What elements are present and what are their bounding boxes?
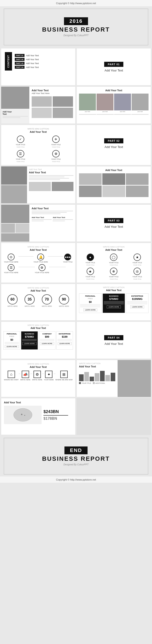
pc3-price-1: $0 <box>80 300 100 303</box>
part02-slide-cell: PART 02 Add Your Text <box>76 125 151 165</box>
line1 <box>3 116 28 117</box>
multi-photo-slide: Add Your Text Add Your Text <box>1 166 75 203</box>
icon-circle-1: ✓ <box>17 136 24 143</box>
pc3-price-3: $199/MG <box>127 298 147 300</box>
part01-slide: PART 01 Add Your Text <box>77 48 151 85</box>
org-il-6: YOUR TITLE <box>133 276 142 278</box>
person-label-1: your text <box>85 111 90 112</box>
map-slide-inner: Add Your Text $243BN $178BN <box>1 398 75 427</box>
org-is-4: YOUR TITLE <box>86 278 94 280</box>
img-text-title: Add Your <box>3 111 28 113</box>
pricing3-card-3: ENTERPRISE $199/MG LEARN MORE <box>126 294 148 313</box>
map-visual <box>4 406 42 424</box>
part01-text: Add Your Text <box>105 69 123 72</box>
part04-slide: PART 04 Add Your Text <box>77 322 151 359</box>
pricing4-caption: WRITE MINI CAPTION <box>4 324 73 326</box>
org-icon-1: ● YOUR TITLE YOUR TITLE <box>79 254 101 266</box>
pc4-lines-1 <box>5 342 19 344</box>
pricing4-grid: PERSONAL FREE $0 LEARN MORE BUSINESS $79… <box>4 331 73 350</box>
lm4-3[interactable]: LEARN MORE <box>40 342 54 345</box>
multi-photo-cell: Add Your Text Add Your Text <box>1 166 76 204</box>
proc-icon-3: ●●● <box>64 254 71 260</box>
main-slide-title: Add Your Text <box>32 89 73 92</box>
lm-2[interactable]: LEARN MORE <box>107 306 121 308</box>
small-photo-grid-cell: Add Your Text <box>76 166 151 204</box>
title-slide-wrapper: 2016 BUSINESS REPORT Designed By ColourP… <box>0 7 152 47</box>
right-caption: Add Your Text <box>29 168 73 170</box>
person-img-2 <box>97 94 113 110</box>
mini-bar-chart <box>79 370 115 381</box>
icon-sublabel-3: YOUR TITLE <box>16 161 25 162</box>
process-row: ⊙ YOUR TITLE HERE 🔔 YOUR TITLE HERE ●●● … <box>4 254 73 263</box>
lm4-2[interactable]: LEARN MORE <box>22 342 36 345</box>
org-is-3: YOUR TITLE <box>133 264 141 266</box>
slides-grid: CONTENT PART 01 Add Your Text PART 02 Ad… <box>0 47 152 436</box>
tb1-l2 <box>32 220 44 221</box>
pc4-lines-2 <box>22 339 37 341</box>
stat-label-3: WRITE HERE <box>42 306 52 307</box>
p5-item-1: ⌂ WHERE WE START <box>4 371 19 380</box>
left-photo-bottom <box>1 185 27 203</box>
end-slide-wrapper: END BUSINESS REPORT Designed By ColourPP… <box>0 436 152 476</box>
stats-title: Add Your Text <box>5 290 72 292</box>
lm-1[interactable]: LEARN MORE <box>83 308 97 312</box>
main-photo <box>1 87 29 109</box>
pricing4-card-3: COMPANY $99 LEARN MORE <box>39 331 55 350</box>
pc3-tier-3: ENTERPRISE <box>127 295 147 297</box>
person-label-2: your text <box>102 111 108 112</box>
map-content: $243BN $178BN <box>4 406 73 424</box>
proc-label-4: YOUR TITLE HERE <box>4 272 19 273</box>
proc-icon-4: ☰ <box>8 264 15 271</box>
p5-item-4: ✦ YOUR NAME <box>44 371 54 380</box>
icons-process-cell: WRITE MINI CAPTION Add Your Text ✓ YOUR … <box>1 125 76 165</box>
pc4-lines-4 <box>58 339 72 341</box>
pc4-tier-2: BUSINESS <box>22 333 37 335</box>
pc3-tag-1: FREE <box>80 298 100 300</box>
pricing3-grid: PERSONAL FREE $0 LEARN MORE BUSINESS $79… <box>79 294 148 313</box>
text-block-1: Add Your Text <box>32 216 52 222</box>
pcl3 <box>80 306 100 307</box>
org-il-2: YOUR TITLE <box>109 262 118 264</box>
stat-circle-1: 60 <box>8 294 18 304</box>
pl2 <box>5 343 19 344</box>
process-caption: WRITE MINI CAPTION <box>4 246 73 248</box>
mbar-5 <box>100 371 105 381</box>
proc-label-1: YOUR TITLE HERE <box>4 261 19 263</box>
lm-3[interactable]: LEARN MORE <box>130 306 144 308</box>
img-text-below: Add Your Text <box>1 109 29 124</box>
small-photo-row <box>79 173 148 185</box>
sp-2 <box>102 173 125 185</box>
org-is-2: YOUR TITLE <box>110 264 118 266</box>
toc-item-1: PART 01 Add Your Text <box>15 54 39 57</box>
map-stat-1: $243BN <box>43 409 74 414</box>
proc-conn-3 <box>19 267 35 267</box>
ctl3 <box>32 214 61 214</box>
pc3-lines-2 <box>104 301 124 304</box>
org-icon-2: ◯ YOUR TITLE YOUR TITLE <box>103 254 125 266</box>
org-icons-cell: WRITE MINI CAPTION Add Your Text ● YOUR … <box>76 243 151 283</box>
stat-label-1: WRITE HERE <box>8 306 18 307</box>
end-slide: END BUSINESS REPORT Designed By ColourPP… <box>4 438 148 474</box>
pc4-price-2: $79/MO <box>22 335 37 338</box>
mbar-3 <box>90 377 94 381</box>
p5-label-2: WRITE HERE <box>20 379 31 380</box>
pl4 <box>22 340 37 341</box>
icon-label-2: YOUR TITLE <box>51 144 61 146</box>
sp-4 <box>79 186 102 197</box>
pricing4-card-1: PERSONAL FREE $0 LEARN MORE <box>4 331 20 350</box>
mini-legend: YOUR TITLE ADDITIONAL <box>79 382 115 384</box>
pricing3-title: Add Your Text <box>79 289 148 292</box>
proc-icon-2: 🔔 <box>37 254 44 260</box>
img-text-title2: Text <box>3 113 28 115</box>
pc4-price-3: $99 <box>40 335 54 338</box>
lm4-4[interactable]: LEARN MORE <box>58 342 72 345</box>
p5-row: ⌂ WHERE WE START 📣 WRITE HERE ⚙ WRITE HE… <box>4 371 73 380</box>
icon-circle-4: ⚙ <box>52 150 60 158</box>
toc-part-4: PART 04 <box>15 66 25 69</box>
lm4-1[interactable]: LEARN MORE <box>5 345 19 348</box>
pricing3-card-1: PERSONAL FREE $0 LEARN MORE <box>79 294 102 313</box>
main-slide-subtitle: Add Your Text Here <box>32 92 73 94</box>
end-main-title: BUSINESS REPORT <box>42 455 110 462</box>
grid-photo-3 <box>32 108 52 118</box>
org-ic-1: ● <box>87 254 94 261</box>
